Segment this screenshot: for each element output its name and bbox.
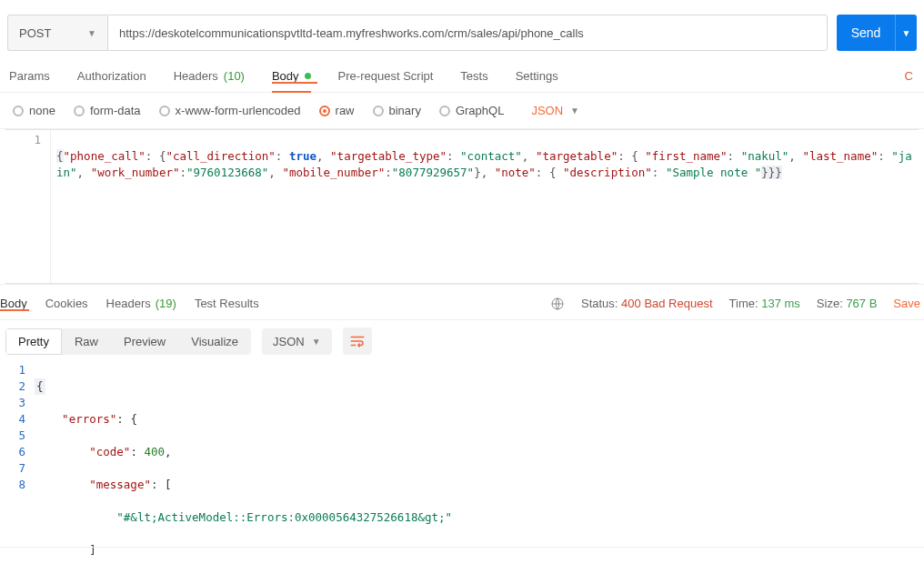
radio-icon: [373, 106, 384, 116]
response-format-select[interactable]: JSON ▼: [262, 328, 332, 355]
globe-icon[interactable]: [550, 297, 565, 311]
bodytype-xwww[interactable]: x-www-form-urlencoded: [159, 104, 301, 117]
tab-tests[interactable]: Tests: [460, 60, 487, 92]
response-gutter: 1 2 3 4 5 6 7 8: [9, 362, 35, 564]
raw-content-type-select[interactable]: JSON ▼: [531, 104, 579, 117]
bodytype-graphql[interactable]: GraphQL: [439, 104, 504, 117]
send-button[interactable]: Send: [837, 15, 895, 51]
response-lines: { "errors": { "code": 400, "message": [ …: [35, 362, 924, 564]
radio-icon: [13, 106, 24, 116]
caret-down-icon: ▼: [570, 106, 579, 116]
size-label: Size: 767 B: [817, 297, 878, 310]
tab-headers[interactable]: Headers (10): [174, 60, 245, 92]
tab-params[interactable]: Params: [9, 60, 50, 92]
editor-gutter: 1: [5, 130, 51, 283]
response-tab-body[interactable]: Body: [0, 297, 27, 310]
editor-content[interactable]: {"phone_call": {"call_direction": true, …: [51, 130, 919, 283]
bodytype-formdata[interactable]: form-data: [74, 104, 141, 117]
radio-icon: [159, 106, 170, 116]
radio-icon: [74, 106, 85, 116]
status-label: Status: 400 Bad Request: [581, 297, 713, 310]
tab-body[interactable]: Body: [272, 69, 311, 83]
response-tab-testresults[interactable]: Test Results: [195, 287, 259, 319]
http-method-value: POST: [19, 26, 51, 40]
response-body-viewer[interactable]: 1 2 3 4 5 6 7 8 { "errors": { "code": 40…: [0, 362, 924, 564]
footer-divider: [0, 547, 924, 548]
bodytype-raw[interactable]: raw: [319, 104, 355, 117]
truncated-tab-indicator: C: [905, 69, 915, 83]
bodytype-none[interactable]: none: [13, 104, 55, 117]
send-dropdown-button[interactable]: ▼: [895, 15, 917, 51]
request-url-input[interactable]: [107, 15, 828, 51]
tab-settings[interactable]: Settings: [516, 60, 558, 92]
tab-authorization[interactable]: Authorization: [77, 60, 146, 92]
time-label: Time: 137 ms: [729, 297, 800, 310]
tab-prerequest[interactable]: Pre-request Script: [338, 60, 434, 92]
dot-indicator-icon: [305, 73, 311, 79]
view-pretty-button[interactable]: Pretty: [5, 328, 62, 355]
radio-icon: [439, 106, 450, 116]
response-tab-headers[interactable]: Headers (19): [106, 287, 176, 319]
response-tab-cookies[interactable]: Cookies: [45, 287, 88, 319]
radio-checked-icon: [319, 106, 330, 116]
save-response-button[interactable]: Save: [893, 297, 920, 310]
bodytype-binary[interactable]: binary: [373, 104, 421, 117]
response-view-segmented: Pretty Raw Preview Visualize: [5, 328, 251, 355]
http-method-select[interactable]: POST ▼: [7, 15, 107, 51]
view-raw-button[interactable]: Raw: [62, 328, 111, 355]
view-visualize-button[interactable]: Visualize: [178, 328, 251, 355]
view-preview-button[interactable]: Preview: [111, 328, 178, 355]
wrap-lines-button[interactable]: [343, 327, 372, 355]
caret-down-icon: ▼: [312, 337, 321, 347]
caret-down-icon: ▼: [87, 28, 96, 38]
request-body-editor[interactable]: 1 {"phone_call": {"call_direction": true…: [5, 129, 919, 284]
